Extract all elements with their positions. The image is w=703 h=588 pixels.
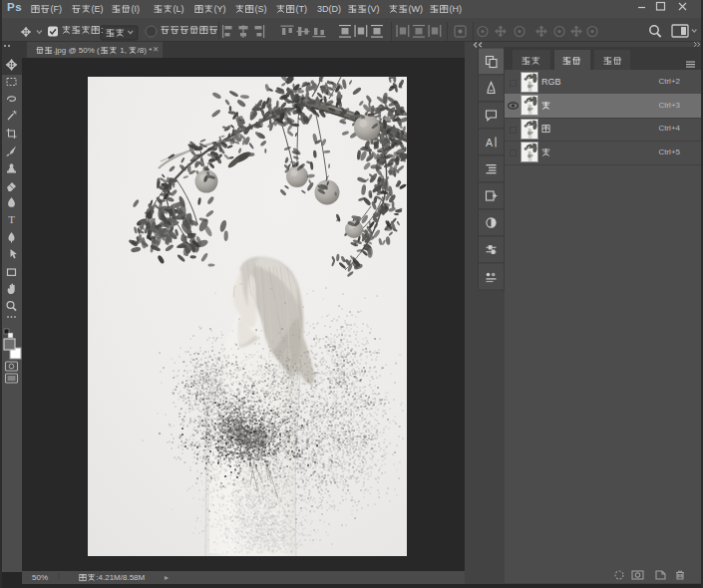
svg-text:(E): (E) bbox=[91, 4, 103, 14]
svg-text:(Y): (Y) bbox=[213, 4, 225, 14]
svg-text:/8) *: /8) * bbox=[138, 46, 153, 55]
svg-text:T: T bbox=[8, 213, 15, 225]
svg-text::: : bbox=[101, 25, 104, 35]
svg-text:1,: 1, bbox=[118, 46, 129, 55]
svg-text::4.21M/8.58M: :4.21M/8.58M bbox=[96, 573, 145, 582]
svg-text:(V): (V) bbox=[367, 4, 379, 14]
svg-text:(T): (T) bbox=[295, 4, 307, 14]
svg-text:(S): (S) bbox=[254, 4, 266, 14]
svg-text:(F): (F) bbox=[50, 4, 62, 14]
svg-text:3D(D): 3D(D) bbox=[317, 4, 341, 14]
svg-text:(I): (I) bbox=[131, 4, 140, 14]
svg-text:(L): (L) bbox=[173, 4, 183, 14]
svg-text:.jpg @ 50% (: .jpg @ 50% ( bbox=[53, 46, 100, 55]
svg-text:(H): (H) bbox=[449, 4, 462, 14]
svg-text:A: A bbox=[486, 137, 493, 148]
svg-text:(W): (W) bbox=[408, 4, 423, 14]
